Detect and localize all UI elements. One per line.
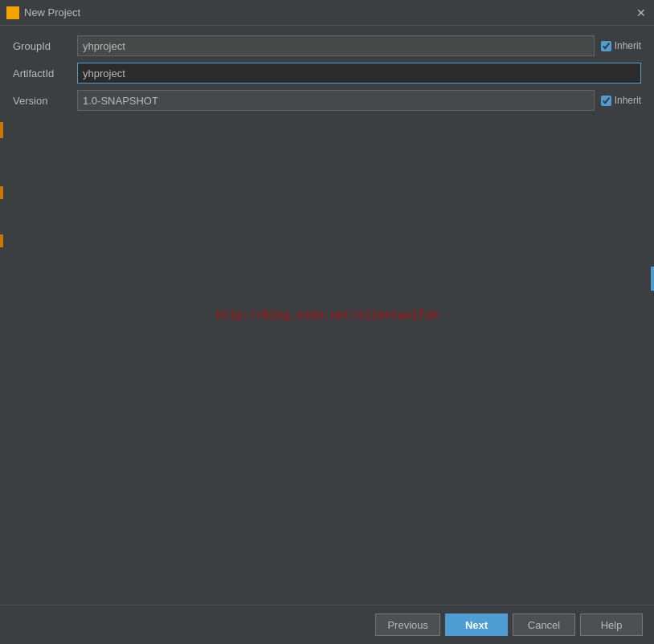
button-bar: Previous Next Cancel Help xyxy=(0,605,654,644)
version-row: Version Inherit xyxy=(13,90,641,111)
groupid-inherit-checkbox[interactable] xyxy=(601,41,611,51)
dialog-content: GroupId Inherit ArtifactId Version Inher… xyxy=(0,26,654,605)
svg-rect-1 xyxy=(10,10,13,13)
version-inherit-checkbox[interactable] xyxy=(601,96,611,106)
title-bar: New Project ✕ xyxy=(0,0,654,26)
next-button[interactable]: Next xyxy=(445,613,508,636)
groupid-input[interactable] xyxy=(77,35,595,56)
version-input[interactable] xyxy=(77,90,595,111)
left-accent-3 xyxy=(0,234,3,247)
previous-button[interactable]: Previous xyxy=(375,613,440,636)
groupid-inherit-label: Inherit xyxy=(615,40,641,51)
groupid-label: GroupId xyxy=(13,40,77,52)
close-button[interactable]: ✕ xyxy=(635,6,648,19)
title-bar-left: New Project xyxy=(6,6,80,19)
version-label: Version xyxy=(13,95,77,107)
dialog-title: New Project xyxy=(24,6,80,18)
left-accent-2 xyxy=(0,186,3,199)
version-inherit-label: Inherit xyxy=(615,95,641,106)
dialog-icon xyxy=(6,6,19,19)
groupid-row: GroupId Inherit xyxy=(13,35,641,56)
dialog-window: New Project ✕ GroupId Inherit ArtifactId… xyxy=(0,0,654,644)
left-accent-1 xyxy=(0,122,3,138)
watermark-text: http://blog.csdn.net/silentwolfyh xyxy=(215,309,438,322)
artifactid-label: ArtifactId xyxy=(13,67,77,79)
help-button[interactable]: Help xyxy=(580,613,643,636)
right-accent xyxy=(651,267,654,291)
artifactid-row: ArtifactId xyxy=(13,63,641,84)
version-inherit: Inherit xyxy=(601,95,641,106)
cancel-button[interactable]: Cancel xyxy=(513,613,575,636)
artifactid-input[interactable] xyxy=(77,63,641,84)
groupid-inherit: Inherit xyxy=(601,40,641,51)
